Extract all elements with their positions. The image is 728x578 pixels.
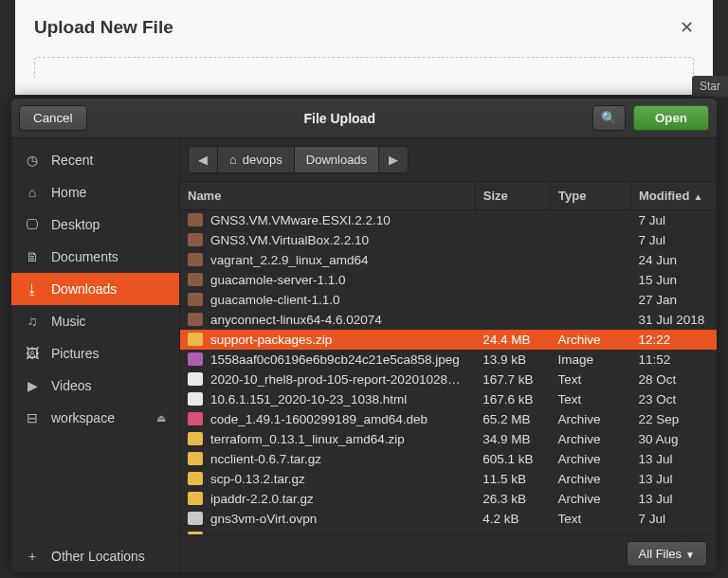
file-modified: 13 Jul xyxy=(630,489,717,509)
sidebar-item-music[interactable]: ♫Music xyxy=(11,305,179,337)
file-name: GNS3.VM.VirtualBox.2.2.10 xyxy=(210,233,369,247)
file-type: Archive xyxy=(551,489,631,509)
file-name: GNS3.VM.VMware.ESXI.2.2.10 xyxy=(210,213,391,227)
file-name: terraform_0.13.1_linux_amd64.zip xyxy=(210,432,405,446)
file-row[interactable]: 1558aaf0c06196e6b9cb24c21e5ca858.jpeg13.… xyxy=(180,350,717,370)
chevron-right-icon: ▶ xyxy=(389,153,398,167)
chevron-left-icon: ◀ xyxy=(198,153,208,167)
titlebar: Cancel File Upload 🔍 Open xyxy=(11,99,717,138)
file-modified: 13 Jul xyxy=(630,469,717,489)
sidebar-item-workspace[interactable]: ⊟workspace⏏ xyxy=(11,402,179,434)
zip-icon xyxy=(188,492,203,505)
zip-icon xyxy=(188,452,203,465)
file-name: 10.6.1.151_2020-10-23_1038.html xyxy=(210,392,407,406)
file-size xyxy=(475,290,550,310)
file-row[interactable]: guacamole-client-1.1.027 Jan xyxy=(180,290,717,310)
sort-asc-icon: ▲ xyxy=(693,191,702,202)
disk-icon: ⊟ xyxy=(25,410,40,425)
file-row[interactable]: vagrant_2.2.9_linux_amd6424 Jun xyxy=(180,250,717,270)
file-type: Text xyxy=(551,370,631,389)
sidebar-item-recent[interactable]: ◷Recent xyxy=(11,144,179,176)
file-size: 13.9 kB xyxy=(475,350,550,370)
file-row[interactable]: terraform_0.13.1_linux_amd64.zip34.9 MBA… xyxy=(180,429,717,449)
file-type xyxy=(551,270,631,290)
file-type xyxy=(551,290,631,310)
sidebar-item-desktop[interactable]: 🖵Desktop xyxy=(11,208,179,241)
file-dialog: Cancel File Upload 🔍 Open ◷Recent⌂Home🖵D… xyxy=(11,99,717,572)
file-name: code_1.49.1-1600299189_amd64.deb xyxy=(210,412,428,426)
sidebar-item-label: Pictures xyxy=(51,346,100,361)
sidebar-other-locations[interactable]: + Other Locations xyxy=(11,540,179,572)
file-type xyxy=(551,230,631,250)
folder-icon xyxy=(188,273,203,286)
sidebar-item-label: Other Locations xyxy=(51,549,145,564)
column-header-size[interactable]: Size xyxy=(475,182,550,210)
file-row[interactable]: code_1.49.1-1600299189_amd64.deb65.2 MBA… xyxy=(180,409,717,429)
file-name: anyconnect-linux64-4.6.02074 xyxy=(210,313,382,327)
file-row[interactable]: guacamole-server-1.1.015 Jun xyxy=(180,270,717,290)
sidebar-item-label: Downloads xyxy=(51,281,117,297)
folder-icon xyxy=(188,253,203,266)
sidebar-item-pictures[interactable]: 🖼Pictures xyxy=(11,337,179,370)
file-type: Text xyxy=(551,509,631,529)
sidebar-item-videos[interactable]: ▶Videos xyxy=(11,370,179,402)
music-icon: ♫ xyxy=(25,314,40,329)
path-forward-button[interactable]: ▶ xyxy=(379,147,408,172)
file-size xyxy=(475,210,550,230)
path-seg-home[interactable]: ⌂devops xyxy=(218,147,295,172)
file-type: Archive xyxy=(551,330,631,350)
column-header-type[interactable]: Type xyxy=(551,182,631,210)
close-icon[interactable]: ✕ xyxy=(680,17,694,38)
file-type: Image xyxy=(551,350,631,370)
file-row[interactable]: scp-0.13.2.tar.gz11.5 kBArchive13 Jul xyxy=(180,469,717,489)
open-button[interactable]: Open xyxy=(633,105,709,131)
file-name: support-packages.zip xyxy=(210,333,332,347)
file-name: vagrant_2.2.9_linux_amd64 xyxy=(210,253,369,267)
downloads-icon: ⭳ xyxy=(25,281,40,297)
sidebar-item-home[interactable]: ⌂Home xyxy=(11,176,179,208)
file-modified: 22 Sep xyxy=(630,409,717,429)
file-name: guacamole-client-1.1.0 xyxy=(210,293,340,307)
path-seg-current[interactable]: Downloads xyxy=(295,147,379,172)
file-row[interactable]: 10.6.1.151_2020-10-23_1038.html167.6 kBT… xyxy=(180,389,717,409)
file-size: 26.3 kB xyxy=(475,489,550,509)
pictures-icon: 🖼 xyxy=(25,346,40,361)
file-row[interactable]: ipaddr-2.2.0.tar.gz26.3 kBArchive13 Jul xyxy=(180,489,717,509)
file-modified: 30 Aug xyxy=(630,429,717,449)
home-icon: ⌂ xyxy=(229,153,237,167)
star-badge[interactable]: Star xyxy=(692,76,728,97)
file-row[interactable]: gns3vm-oVirt.ovpn4.2 kBText7 Jul xyxy=(180,509,717,529)
main-panel: ◀ ⌂devops Downloads ▶ Name Size Type Mod… xyxy=(180,138,717,572)
cancel-button[interactable]: Cancel xyxy=(19,105,87,131)
file-row[interactable]: support-packages.zip24.4 MBArchive12:22 xyxy=(180,330,717,350)
upload-dropzone[interactable] xyxy=(34,57,694,78)
column-header-modified[interactable]: Modified▲ xyxy=(630,182,717,210)
file-name: ncclient-0.6.7.tar.gz xyxy=(210,452,321,466)
sidebar-item-label: Recent xyxy=(51,153,93,168)
ovpn-icon xyxy=(188,512,203,525)
zip-icon xyxy=(188,432,203,445)
sidebar-item-documents[interactable]: 🗎Documents xyxy=(11,241,179,273)
file-size: 4.2 kB xyxy=(475,509,550,529)
file-list[interactable]: Name Size Type Modified▲ GNS3.VM.VMware.… xyxy=(180,182,717,534)
file-modified: 11:52 xyxy=(630,350,717,370)
file-size xyxy=(475,230,550,250)
column-header-name[interactable]: Name xyxy=(180,182,475,210)
search-button[interactable]: 🔍 xyxy=(592,105,626,131)
file-size: 65.2 MB xyxy=(475,409,550,429)
path-back-button[interactable]: ◀ xyxy=(189,147,218,172)
file-type-filter[interactable]: All Files▼ xyxy=(627,541,707,567)
file-type: Archive xyxy=(551,469,631,489)
file-row[interactable]: 2020-10_rhel8-prod-105-report-20201028…1… xyxy=(180,370,717,389)
file-modified: 13 Jul xyxy=(630,449,717,469)
file-row[interactable]: anyconnect-linux64-4.6.0207431 Jul 2018 xyxy=(180,310,717,330)
zip-icon xyxy=(188,472,203,485)
folder-icon xyxy=(188,233,203,246)
file-row[interactable]: GNS3.VM.VMware.ESXI.2.2.107 Jul xyxy=(180,210,717,230)
file-modified: 28 Oct xyxy=(630,370,717,389)
file-row[interactable]: ncclient-0.6.7.tar.gz605.1 kBArchive13 J… xyxy=(180,449,717,469)
file-modified: 27 Jan xyxy=(630,290,717,310)
file-row[interactable]: GNS3.VM.VirtualBox.2.2.107 Jul xyxy=(180,230,717,250)
eject-icon[interactable]: ⏏ xyxy=(156,412,166,424)
sidebar-item-downloads[interactable]: ⭳Downloads xyxy=(11,273,179,305)
